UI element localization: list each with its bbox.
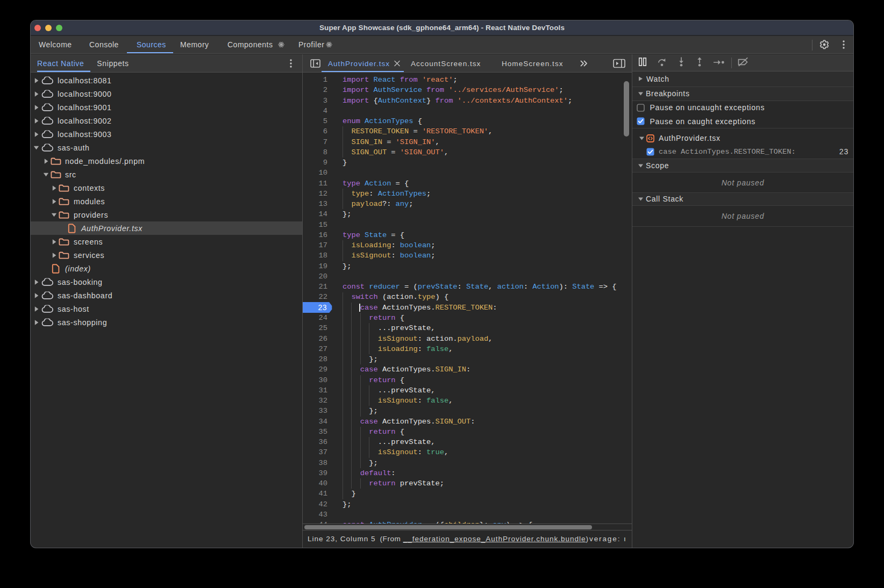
svg-text:23: 23 (318, 304, 327, 312)
